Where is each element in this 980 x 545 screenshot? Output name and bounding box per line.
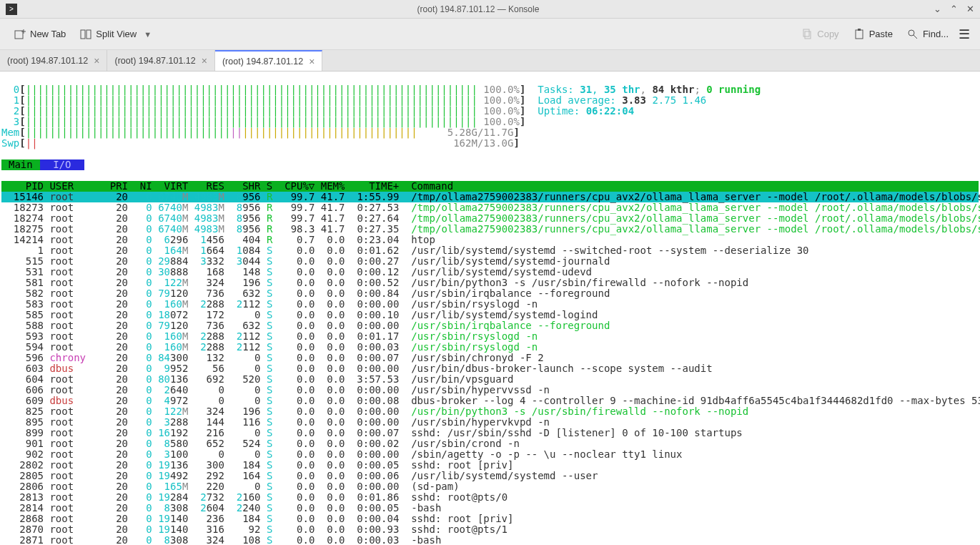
split-view-icon [80,29,91,40]
process-row[interactable]: 15146 root 20 0 6740M 4983M 8956 R 99.7 … [1,192,979,202]
svg-rect-7 [856,30,863,39]
svg-rect-6 [805,31,811,39]
close-icon[interactable]: ✕ [966,4,974,14]
process-row[interactable]: 902 root 20 0 3100 0 0 S 0.0 0.0 0:00.00… [1,448,682,460]
process-row[interactable]: 609 dbus 20 0 4972 0 0 S 0.0 0.0 0:00.08… [1,395,980,406]
process-row[interactable]: 18273 root 20 0 6740M 4983M 8956 R 99.7 … [1,202,980,213]
process-row[interactable]: 604 root 20 0 80136 692 520 S 0.0 0.0 3:… [1,373,513,385]
svg-rect-0 [15,31,23,39]
process-row[interactable]: 825 root 20 0 122M 324 196 S 0.0 0.0 0:0… [1,406,748,417]
tab-label: (root) 194.87.101.12 [114,56,195,66]
paste-button[interactable]: Paste [846,26,900,43]
new-tab-button[interactable]: New Tab [7,26,73,43]
htop-tab-main[interactable]: Main [1,159,40,170]
close-icon[interactable]: × [202,55,207,67]
process-row[interactable]: 606 root 20 0 2640 0 0 S 0.0 0.0 0:00.00… [1,384,550,396]
process-row[interactable]: 2813 root 20 0 19284 2732 2160 S 0.0 0.0… [1,491,508,503]
process-row[interactable]: 2870 root 20 0 19140 316 92 S 0.0 0.0 0:… [1,524,508,535]
htop-tab-io[interactable]: I/O [40,159,84,170]
process-row[interactable]: 2871 root 20 0 8308 324 108 S 0.0 0.0 0:… [1,534,441,545]
process-row[interactable]: 18275 root 20 0 6740M 4983M 8956 R 98.3 … [1,223,980,235]
search-icon [907,29,919,40]
process-row[interactable]: 583 root 20 0 160M 2288 2112 S 0.0 0.0 0… [1,298,538,310]
process-row[interactable]: 2805 root 20 0 19492 292 164 S 0.0 0.0 0… [1,470,598,481]
session-tab[interactable]: (root) 194.87.101.12× [0,50,107,71]
copy-button[interactable]: Copy [794,26,846,43]
new-tab-label: New Tab [30,29,66,39]
process-row[interactable]: 1 root 20 0 164M 1664 1084 S 0.0 0.0 0:0… [1,245,809,256]
toolbar: New Tab Split View ▼ Copy Paste Find... … [0,19,980,50]
process-row[interactable]: 581 root 20 0 122M 324 196 S 0.0 0.0 0:0… [1,277,748,288]
titlebar: > (root) 194.87.101.12 — Konsole ⌄ ⌃ ✕ [0,0,980,19]
process-row[interactable]: 899 root 20 0 16192 216 0 S 0.0 0.0 0:00… [1,427,743,438]
process-row[interactable]: 594 root 20 0 160M 2288 2112 S 0.0 0.0 0… [1,341,538,353]
app-icon: > [6,4,17,15]
paste-label: Paste [869,29,893,39]
process-row[interactable]: 901 root 20 0 8580 652 524 S 0.0 0.0 0:0… [1,438,520,449]
session-tab[interactable]: (root) 194.87.101.12× [107,50,214,71]
window-title: (root) 194.87.101.12 — Konsole [23,4,934,14]
copy-label: Copy [817,29,838,39]
process-row[interactable]: 593 root 20 0 160M 2288 2112 S 0.0 0.0 0… [1,330,538,342]
close-icon[interactable]: × [94,55,99,67]
svg-rect-8 [858,29,861,31]
process-row[interactable]: 582 root 20 0 79120 736 632 S 0.0 0.0 0:… [1,288,610,299]
process-row[interactable]: 585 root 20 0 18072 172 0 S 0.0 0.0 0:00… [1,309,598,320]
process-row[interactable]: 895 root 20 0 3288 144 116 S 0.0 0.0 0:0… [1,416,550,428]
svg-point-9 [909,30,914,36]
column-header[interactable]: PID USER PRI NI VIRT RES SHR S CPU%▽ MEM… [1,181,979,192]
process-row[interactable]: 588 root 20 0 79120 736 632 S 0.0 0.0 0:… [1,320,610,331]
process-row[interactable]: 603 dbus 20 0 9952 56 0 S 0.0 0.0 0:00.0… [1,363,713,374]
hamburger-menu-button[interactable]: ☰ [956,26,973,42]
tab-label: (root) 194.87.101.12 [222,57,303,67]
minimize-icon[interactable]: ⌄ [934,4,941,14]
process-row[interactable]: 18274 root 20 0 6740M 4983M 8956 R 99.7 … [1,212,980,224]
svg-rect-3 [81,30,85,39]
tabbar: (root) 194.87.101.12×(root) 194.87.101.1… [0,50,980,72]
maximize-icon[interactable]: ⌃ [950,4,958,14]
process-row[interactable]: 2802 root 20 0 19136 300 184 S 0.0 0.0 0… [1,459,513,471]
process-row[interactable]: 2814 root 20 0 8308 2604 2240 S 0.0 0.0 … [1,502,441,514]
tab-label: (root) 194.87.101.12 [7,56,88,66]
process-row[interactable]: 14214 root 20 0 6296 1456 404 R 0.7 0.0 … [1,234,435,245]
session-tab[interactable]: (root) 194.87.101.12× [215,50,322,71]
process-row[interactable]: 2868 root 20 0 19140 236 184 S 0.0 0.0 0… [1,513,513,524]
paste-icon [853,29,865,40]
process-row[interactable]: 515 root 20 0 29884 3332 3044 S 0.0 0.0 … [1,255,610,267]
svg-rect-5 [803,29,809,36]
svg-rect-4 [86,30,91,39]
split-view-label: Split View [96,29,137,39]
process-row[interactable]: 2806 root 20 0 165M 220 0 S 0.0 0.0 0:00… [1,481,460,492]
copy-icon [801,29,813,40]
chevron-down-icon: ▼ [144,30,152,39]
close-icon[interactable]: × [309,56,315,67]
find-label: Find... [923,29,949,39]
svg-line-10 [914,35,917,39]
split-view-button[interactable]: Split View ▼ [73,26,159,43]
terminal[interactable]: 0[||||||||||||||||||||||||||||||||||||||… [0,72,980,545]
process-row[interactable]: 531 root 20 0 30888 168 148 S 0.0 0.0 0:… [1,266,592,278]
process-row[interactable]: 596 chrony 20 0 84300 132 0 S 0.0 0.0 0:… [1,352,544,363]
find-button[interactable]: Find... [900,26,956,43]
new-tab-icon [14,29,26,40]
